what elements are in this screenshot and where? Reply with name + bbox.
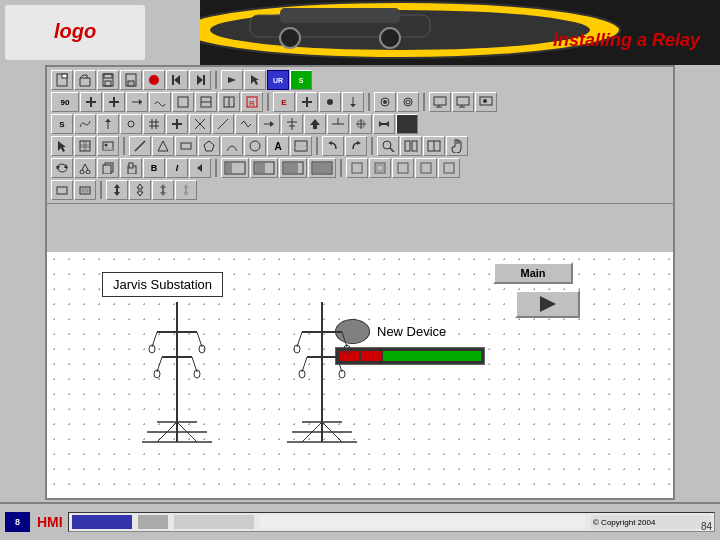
- plus-btn[interactable]: [80, 92, 102, 112]
- bar3-btn[interactable]: [279, 158, 307, 178]
- triangle-btn[interactable]: [152, 136, 174, 156]
- cursor-select-btn[interactable]: [244, 70, 266, 90]
- boxa-btn[interactable]: [51, 180, 73, 200]
- redo-btn[interactable]: [345, 136, 367, 156]
- undo-btn[interactable]: [322, 136, 344, 156]
- bold-btn[interactable]: B: [143, 158, 165, 178]
- box1-btn[interactable]: [172, 92, 194, 112]
- box3-btn[interactable]: [218, 92, 240, 112]
- cross-btn[interactable]: [189, 114, 211, 134]
- arrowup3-btn[interactable]: [304, 114, 326, 134]
- grid-btn[interactable]: [74, 136, 96, 156]
- boxb-btn[interactable]: [74, 180, 96, 200]
- svg-marker-89: [103, 146, 113, 150]
- left-arr-btn[interactable]: [189, 158, 211, 178]
- zigzag-btn[interactable]: [235, 114, 257, 134]
- s-btn[interactable]: S: [290, 70, 312, 90]
- plus3-btn[interactable]: [296, 92, 318, 112]
- move3-btn[interactable]: [152, 180, 174, 200]
- wave2-btn[interactable]: [74, 114, 96, 134]
- slash-btn[interactable]: [212, 114, 234, 134]
- settings3-btn[interactable]: [120, 114, 142, 134]
- empty4-btn[interactable]: [415, 158, 437, 178]
- hash-btn[interactable]: [143, 114, 165, 134]
- cut-btn[interactable]: [74, 158, 96, 178]
- monitor1-btn[interactable]: [429, 92, 451, 112]
- bar4-btn[interactable]: [308, 158, 336, 178]
- save-btn[interactable]: [97, 70, 119, 90]
- search-btn[interactable]: [377, 136, 399, 156]
- toolbar-row-1: UR S: [49, 69, 671, 91]
- page-number: 84: [701, 521, 712, 532]
- main-button[interactable]: Main: [493, 262, 573, 284]
- new-file-btn[interactable]: [51, 70, 73, 90]
- plus2-btn[interactable]: [103, 92, 125, 112]
- view2-btn[interactable]: [423, 136, 445, 156]
- empty2-btn[interactable]: [369, 158, 391, 178]
- rotate90-btn[interactable]: 90: [51, 92, 79, 112]
- empty1-btn[interactable]: [346, 158, 368, 178]
- settings1-btn[interactable]: [374, 92, 396, 112]
- square-filled-btn[interactable]: [396, 114, 418, 134]
- box4r-btn[interactable]: R: [241, 92, 263, 112]
- split-btn[interactable]: [327, 114, 349, 134]
- tower-btn[interactable]: [281, 114, 303, 134]
- e-btn[interactable]: E: [273, 92, 295, 112]
- open-file-btn[interactable]: [74, 70, 96, 90]
- ur-btn[interactable]: UR: [267, 70, 289, 90]
- arrowh2-btn[interactable]: [373, 114, 395, 134]
- image-btn[interactable]: [97, 136, 119, 156]
- empty5-btn[interactable]: [438, 158, 460, 178]
- svg-line-65: [218, 119, 228, 129]
- svg-line-90: [135, 141, 145, 151]
- arrow-right-btn[interactable]: [221, 70, 243, 90]
- arrow-h-btn[interactable]: [126, 92, 148, 112]
- refresh-btn[interactable]: [51, 158, 73, 178]
- cross2-btn[interactable]: [350, 114, 372, 134]
- svg-marker-22: [228, 77, 236, 83]
- move1-btn[interactable]: [106, 180, 128, 200]
- save-as-btn[interactable]: [120, 70, 142, 90]
- forward-skip-btn[interactable]: [189, 70, 211, 90]
- back-btn[interactable]: [166, 70, 188, 90]
- arrow-down-btn[interactable]: [342, 92, 364, 112]
- bar2-btn[interactable]: [250, 158, 278, 178]
- wave-btn[interactable]: [149, 92, 171, 112]
- arrow-r2-btn[interactable]: [258, 114, 280, 134]
- svg-rect-14: [104, 74, 112, 78]
- hand-btn[interactable]: [446, 136, 468, 156]
- s2-btn[interactable]: S: [51, 114, 73, 134]
- svg-rect-126: [398, 163, 408, 173]
- svg-rect-19: [172, 75, 174, 85]
- divider3: [368, 93, 370, 111]
- view1-btn[interactable]: [400, 136, 422, 156]
- monitor2-btn[interactable]: [452, 92, 474, 112]
- text-tool-btn[interactable]: A: [267, 136, 289, 156]
- italic-btn[interactable]: I: [166, 158, 188, 178]
- rect-btn[interactable]: [175, 136, 197, 156]
- record-btn[interactable]: [143, 70, 165, 90]
- settings2-btn[interactable]: [397, 92, 419, 112]
- empty3-btn[interactable]: [392, 158, 414, 178]
- dot-btn[interactable]: [319, 92, 341, 112]
- paste-btn[interactable]: [120, 158, 142, 178]
- select-cursor-btn[interactable]: [51, 136, 73, 156]
- divider6: [316, 137, 318, 155]
- bar1-btn[interactable]: [221, 158, 249, 178]
- toolbar-section: UR S 90 R E: [47, 67, 673, 204]
- svg-marker-132: [114, 184, 120, 196]
- poly-btn[interactable]: [198, 136, 220, 156]
- copy-btn[interactable]: [97, 158, 119, 178]
- line-tool-btn[interactable]: [129, 136, 151, 156]
- arrowup2-btn[interactable]: [97, 114, 119, 134]
- monitor3-btn[interactable]: [475, 92, 497, 112]
- move2-btn[interactable]: [129, 180, 151, 200]
- move4-btn[interactable]: [175, 180, 197, 200]
- box2-btn[interactable]: [195, 92, 217, 112]
- play-button[interactable]: [515, 290, 580, 318]
- curve-btn[interactable]: [221, 136, 243, 156]
- circle-btn[interactable]: [244, 136, 266, 156]
- image2-btn[interactable]: [290, 136, 312, 156]
- plus4-btn[interactable]: [166, 114, 188, 134]
- svg-point-53: [483, 99, 487, 103]
